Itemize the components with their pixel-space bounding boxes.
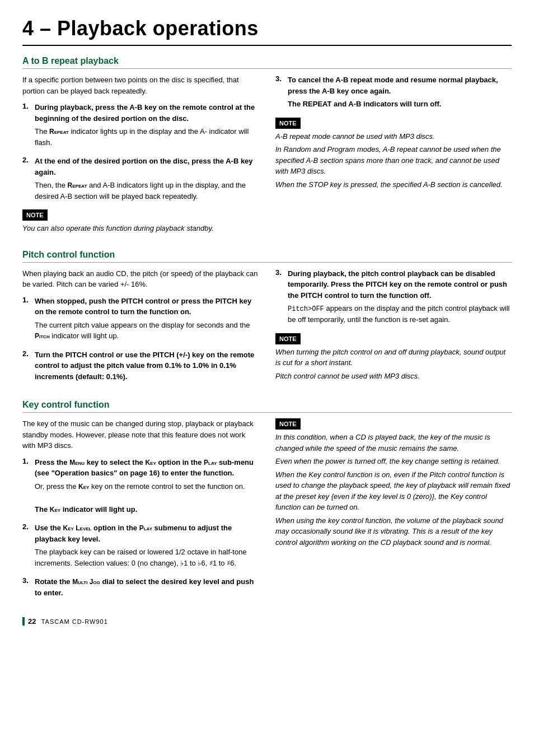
step2-num: 2. [22,156,31,178]
ab-repeat-right-note: NOTE A-B repeat mode cannot be used with… [275,118,512,190]
step2-header: At the end of the desired portion on the… [35,156,259,178]
pitch-step1-detail: The current pitch value appears on the d… [35,320,259,342]
pitch-control-title: Pitch control function [22,250,512,263]
pitch-step2: 2. Turn the PITCH control or use the PIT… [22,349,259,382]
pitch-step3-num: 3. [275,268,284,301]
footer-brand: TASCAM CD-RW901 [41,618,108,625]
key-note-1: In this condition, when a CD is played b… [275,432,512,454]
key-step1-header: Press the Menu key to select the Key opt… [35,457,259,479]
key-step3-header: Rotate the Multi Jog dial to select the … [35,576,259,598]
footer-accent: 22 TASCAM CD-RW901 [22,617,108,626]
pitch-left: When playing back an audio CD, the pitch… [22,268,259,390]
key-note: NOTE In this condition, when a CD is pla… [275,418,512,548]
key-step3: 3. Rotate the Multi Jog dial to select t… [22,576,259,598]
pitch-intro: When playing back an audio CD, the pitch… [22,268,259,290]
key-intro: The key of the music can be changed duri… [22,418,259,451]
pitch-note: NOTE When turning the pitch control on a… [275,333,512,382]
ab-note-3: When the STOP key is pressed, the specif… [275,179,512,190]
pitch-step3-header: During playback, the pitch control playb… [288,268,512,301]
key-step2-detail: The playback key can be raised or lowere… [35,547,259,568]
key-step1-detail2: The Key indicator will light up. [35,504,259,515]
key-note-2: Even when the power is turned off, the k… [275,456,512,467]
page-title: 4 – Playback operations [22,17,512,46]
pitch-step3-detail: Pitch>OFF appears on the display and the… [288,303,512,325]
ab-note-label: NOTE [22,209,48,221]
ab-repeat-step3: 3. To cancel the A-B repeat mode and res… [275,74,512,110]
step1-num: 1. [22,102,31,124]
ab-repeat-title: A to B repeat playback [22,56,512,69]
step1-header: During playback, press the A-B key on th… [35,102,259,124]
key-note-label: NOTE [275,418,301,430]
pitch-step1-num: 1. [22,296,31,318]
ab-note-1: A-B repeat mode cannot be used with MP3 … [275,131,512,142]
step3-num: 3. [275,74,284,96]
step2-detail: Then, the Repeat and A-B indicators ligh… [35,180,259,202]
page-number: 22 [28,617,36,626]
key-note-3: When the Key control function is on, eve… [275,469,512,513]
step3-header: To cancel the A-B repeat mode and resume… [288,74,512,96]
key-left: The key of the music can be changed duri… [22,418,259,606]
key-step2-num: 2. [22,522,31,544]
ab-repeat-left: If a specific portion between two points… [22,74,259,240]
ab-note-text: You can also operate this function durin… [22,223,259,234]
key-control-section: Key control function The key of the musi… [22,400,512,606]
pitch-note-label: NOTE [275,333,301,344]
pitch-step2-header: Turn the PITCH control or use the PITCH … [35,349,259,382]
key-control-title: Key control function [22,400,512,413]
key-step2: 2. Use the Key Level option in the Play … [22,522,259,568]
pitch-step1-header: When stopped, push the PITCH control or … [35,296,259,318]
ab-right-note-label: NOTE [275,118,301,129]
pitch-step3: 3. During playback, the pitch control pl… [275,268,512,325]
key-step1-num: 1. [22,457,31,479]
key-step2-header: Use the Key Level option in the Play sub… [35,522,259,544]
pitch-note-1: When turning the pitch control on and of… [275,347,512,368]
key-step1-detail1: Or, press the Key key on the remote cont… [35,481,259,492]
step3-detail: The REPEAT and A-B indicators will turn … [288,99,512,110]
pitch-step2-num: 2. [22,349,31,382]
key-note-4: When using the key control function, the… [275,515,512,548]
pitch-step1: 1. When stopped, push the PITCH control … [22,296,259,342]
key-step3-num: 3. [22,576,31,598]
pitch-note-2: Pitch control cannot be used with MP3 di… [275,371,512,382]
ab-repeat-step2: 2. At the end of the desired portion on … [22,156,259,202]
page-footer: 22 TASCAM CD-RW901 [22,617,512,626]
ab-repeat-intro: If a specific portion between two points… [22,74,259,96]
ab-note-2: In Random and Program modes, A-B repeat … [275,144,512,177]
ab-repeat-step1: 1. During playback, press the A-B key on… [22,102,259,148]
key-right: NOTE In this condition, when a CD is pla… [275,418,512,606]
step1-detail: The Repeat indicator lights up in the di… [35,126,259,148]
ab-repeat-note: NOTE You can also operate this function … [22,209,259,234]
ab-repeat-right: 3. To cancel the A-B repeat mode and res… [275,74,512,240]
pitch-right: 3. During playback, the pitch control pl… [275,268,512,390]
key-step1: 1. Press the Menu key to select the Key … [22,457,259,515]
ab-repeat-section: A to B repeat playback If a specific por… [22,56,512,240]
pitch-control-section: Pitch control function When playing back… [22,250,512,390]
